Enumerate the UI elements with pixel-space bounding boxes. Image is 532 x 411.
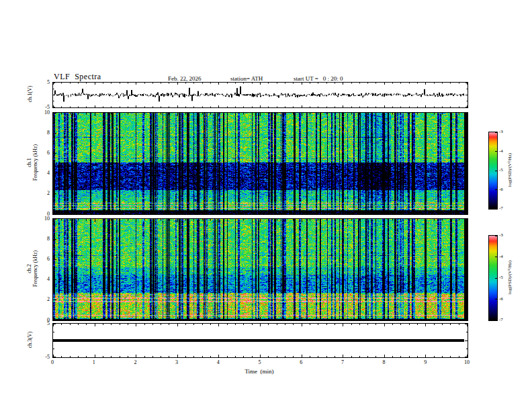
y-tick-label: -5 — [38, 104, 50, 110]
colorbar-ch2 — [488, 235, 498, 321]
colorbar-tick-label: -4 — [499, 148, 503, 154]
y-tick-label: 5 — [38, 320, 50, 326]
y-tick-label: 2 — [38, 190, 50, 196]
ch1-axis-channel-text: ch.1 — [26, 144, 32, 181]
colorbar2-label: log(PSD)/(V²/Hz) — [507, 261, 513, 294]
date-label: Feb. 22, 2026 — [168, 75, 202, 82]
x-tick-label: 9 — [424, 359, 427, 365]
y-tick-label: 4 — [38, 276, 50, 282]
station-label: station= ATH — [230, 75, 263, 82]
colorbar-tick-label: -6 — [499, 296, 503, 302]
y-tick-label: 6 — [38, 256, 50, 262]
y-tick-label: 5 — [38, 79, 50, 85]
colorbar-tick-label: -3 — [499, 129, 503, 134]
colorbar-tick-label: -5 — [499, 275, 503, 280]
x-tick-label: 3 — [175, 359, 178, 365]
ch1-voltage-trace-canvas — [52, 82, 468, 108]
ch3-voltage-axis-label: ch.3(V) — [27, 332, 33, 349]
x-tick-label: 7 — [341, 359, 344, 365]
colorbar1-label: log(PSD)/(V²/Hz) — [507, 153, 513, 187]
ch1-voltage-axis-label: ch.1(V) — [27, 86, 33, 103]
figure-title: VLF Spectra — [54, 72, 101, 82]
colorbar-ch1 — [488, 132, 498, 210]
x-tick-label: 8 — [383, 359, 386, 365]
ch1-spectrogram-canvas — [52, 112, 468, 215]
ch3-voltage-axis-text: ch.3(V) — [27, 332, 33, 349]
x-tick-label: 4 — [217, 359, 220, 365]
x-tick-label: 2 — [134, 359, 136, 365]
colorbar-tick-label: -7 — [499, 205, 503, 211]
ch3-voltage-trace-canvas — [52, 323, 468, 358]
colorbar-tick-label: -6 — [499, 187, 503, 192]
start-ut-label: start UT = 0 : 20: 0 — [294, 75, 343, 82]
x-tick-label: 1 — [93, 359, 95, 365]
ch1-spectrogram-axis-label: ch.1 Frequency (kHz) — [26, 144, 38, 181]
colorbar-tick-label: -4 — [499, 254, 503, 259]
ch2-spectrogram-axis-label: ch.2 Frequency (kHz) — [26, 250, 38, 287]
x-tick-label: 5 — [259, 359, 261, 365]
colorbar-tick-label: -5 — [499, 167, 503, 173]
x-tick-label: 6 — [300, 359, 302, 365]
time-axis-label: Time (min) — [245, 368, 273, 375]
ch2-axis-channel-text: ch.2 — [26, 250, 32, 287]
y-tick-label: 10 — [38, 109, 50, 116]
vlf-spectra-figure: VLF Spectra Feb. 22, 2026 station= ATH s… — [0, 0, 532, 411]
colorbar-tick-label: -3 — [499, 232, 503, 238]
x-tick-label: 10 — [464, 359, 470, 365]
y-tick-label: -5 — [38, 354, 50, 360]
x-tick-label: 0 — [51, 359, 54, 365]
y-tick-label: 10 — [38, 216, 50, 222]
y-tick-label: 4 — [38, 170, 50, 176]
ch2-spectrogram-canvas — [52, 218, 468, 321]
y-tick-label: 2 — [38, 296, 50, 302]
colorbar-tick-label: -7 — [499, 317, 503, 322]
y-tick-label: 8 — [38, 130, 50, 136]
y-tick-label: 8 — [38, 236, 50, 242]
y-tick-label: 6 — [38, 150, 50, 156]
ch1-voltage-axis-text: ch.1(V) — [27, 86, 33, 103]
